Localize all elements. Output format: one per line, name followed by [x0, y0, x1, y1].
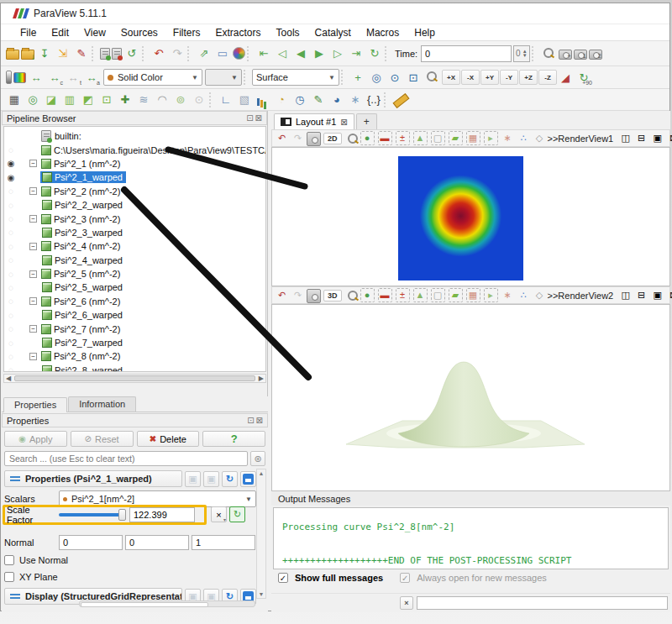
select-points-polygon-icon[interactable]: ▢ — [431, 288, 445, 302]
play-icon[interactable]: ▶ — [311, 45, 328, 62]
camera-redo-icon[interactable]: ↷ — [291, 288, 305, 302]
capture-screenshot-icon[interactable] — [307, 132, 321, 146]
search-input[interactable] — [4, 451, 248, 466]
redo-icon[interactable]: ↷ — [169, 45, 186, 62]
split-vertical-button[interactable]: ⊟ — [634, 288, 648, 302]
expander-icon[interactable]: − — [29, 270, 37, 278]
copy-properties-icon[interactable]: ▣ — [185, 471, 201, 487]
maximize-view-button[interactable]: ▣ — [650, 288, 664, 302]
abort-button[interactable]: × — [400, 596, 413, 610]
select-points-on-icon[interactable]: ▬ — [378, 288, 392, 302]
menu-tools[interactable]: Tools — [269, 25, 307, 40]
normal-x-field[interactable] — [59, 535, 123, 550]
visibility-eye-icon[interactable]: ◌ — [4, 201, 18, 210]
group-datasets-icon[interactable]: ⊚ — [172, 92, 189, 108]
calculator-icon[interactable]: ▦ — [6, 92, 23, 108]
zoom-to-box-icon[interactable] — [423, 69, 440, 86]
visibility-eye-icon[interactable]: ◌ — [4, 365, 18, 372]
reload-properties-icon[interactable]: ↻ — [222, 471, 238, 487]
camera-2-icon[interactable]: 2 — [589, 50, 602, 60]
rescale-temporal-range-icon[interactable]: ↔t — [65, 69, 81, 86]
camera-undo-icon[interactable]: ↶ — [275, 131, 289, 145]
hover-cells-icon[interactable]: ∗ — [501, 288, 515, 302]
select-cells-through-icon[interactable]: ± — [396, 131, 410, 145]
visibility-eye-icon[interactable]: ◌ — [4, 283, 18, 292]
temporal-cache-icon[interactable]: ∗ — [347, 92, 364, 108]
normal-z-field[interactable] — [192, 535, 255, 550]
select-cells-on-icon[interactable]: ● — [360, 131, 375, 145]
menu-view[interactable]: View — [76, 25, 113, 40]
expander-icon[interactable]: − — [29, 353, 37, 360]
visibility-eye-icon[interactable]: ◉ — [4, 159, 18, 168]
rotate-90-icon[interactable]: ↻+90 — [575, 69, 592, 86]
slider-handle[interactable] — [118, 509, 126, 521]
load-state-icon[interactable]: ↧ — [36, 45, 53, 62]
grow-selection-icon[interactable]: ◇ — [533, 131, 547, 145]
pipeline-item[interactable]: ◉−Psi^2_1 (nm^-2) — [4, 157, 265, 170]
reset-button[interactable]: ⊘Reset — [71, 431, 134, 447]
zoom-to-data-icon[interactable]: ◎ — [368, 69, 385, 86]
apply-button[interactable]: ◉Apply — [4, 431, 67, 447]
maximize-view-button[interactable]: ▣ — [650, 131, 664, 145]
close-view-button[interactable]: ⊠ — [666, 131, 672, 145]
tab-information[interactable]: Information — [68, 396, 136, 412]
pipeline-item[interactable]: ◌Psi^2_7_warped — [4, 336, 265, 349]
properties-section-header[interactable]: Properties (Psi^2_1_warped) — [4, 470, 182, 487]
clip-icon[interactable]: ◪ — [43, 92, 60, 108]
menu-help[interactable]: Help — [407, 25, 443, 40]
open-file-icon[interactable] — [6, 50, 19, 60]
properties-hscrollbar[interactable] — [79, 600, 255, 607]
dock-float-icon[interactable]: ⊡ — [246, 113, 253, 123]
help-button[interactable]: ? — [202, 431, 265, 447]
dock-float-icon[interactable]: ⊡ — [247, 416, 254, 425]
reset-to-data-button[interactable]: ↻ — [229, 506, 245, 522]
interactive-select-cells-icon[interactable]: ▦ — [466, 288, 480, 302]
visibility-eye-icon[interactable]: ◌ — [4, 338, 18, 348]
set-view-plus-z-icon[interactable]: +Z — [519, 70, 538, 85]
renderview1-viewport[interactable] — [271, 147, 670, 286]
menu-sources[interactable]: Sources — [113, 25, 165, 40]
set-view-plus-y-icon[interactable]: +Y — [480, 70, 499, 85]
pipeline-item[interactable]: ◌−Psi^2_8 (nm^-2) — [4, 349, 265, 363]
color-palette-icon[interactable] — [233, 47, 245, 60]
camera-1-icon[interactable]: 1 — [574, 50, 587, 60]
loop-icon[interactable]: ↻ — [366, 45, 383, 62]
camera-add-icon[interactable]: + — [559, 50, 572, 60]
slice-icon[interactable]: ▥ — [61, 92, 78, 108]
pipeline-item[interactable]: ◌Psi^2_5_warped — [4, 281, 265, 294]
server-disconnect-icon[interactable] — [112, 48, 122, 60]
expander-icon[interactable]: − — [29, 160, 37, 167]
isometric-view-icon[interactable]: ◢ — [557, 69, 574, 86]
reset-to-default-button[interactable]: ×▾ — [211, 506, 227, 522]
time-input[interactable] — [421, 45, 512, 62]
pipeline-item[interactable]: ◌−Psi^2_4 (nm^-2) — [4, 239, 265, 253]
visibility-eye-icon[interactable]: ◌ — [4, 242, 18, 251]
menu-macros[interactable]: Macros — [359, 25, 407, 40]
select-cells-polygon-icon[interactable]: ▲ — [413, 131, 428, 145]
extract-time-steps-icon[interactable]: ▧ — [236, 92, 253, 108]
scale-factor-slider[interactable] — [59, 513, 126, 517]
rescale-custom-range-icon[interactable]: ↔c — [46, 69, 63, 86]
camera-mode-toggle[interactable]: 3D — [323, 290, 342, 302]
set-view-minus-y-icon[interactable]: -Y — [500, 70, 518, 85]
warp-icon[interactable]: ◠ — [154, 92, 171, 108]
temporal-interpolator-icon[interactable]: ◷ — [291, 92, 308, 108]
renderview2-viewport[interactable] — [271, 304, 670, 491]
show-full-messages-checkbox[interactable] — [278, 573, 288, 583]
programmable-filter-icon[interactable]: {..} — [365, 92, 382, 108]
close-view-button[interactable]: ⊠ — [666, 288, 672, 302]
use-normal-checkbox[interactable] — [4, 555, 14, 565]
next-frame-icon[interactable]: ▷ — [329, 45, 346, 62]
visibility-eye-icon[interactable]: ◌ — [4, 214, 18, 223]
visibility-eye-icon[interactable]: ◌ — [4, 311, 18, 320]
pipeline-item[interactable]: ◌−Psi^2_5 (nm^-2) — [4, 267, 265, 281]
scale-factor-value[interactable]: 122.399 — [129, 507, 195, 522]
normal-y-field[interactable] — [125, 535, 189, 550]
camera-undo-icon[interactable]: ↶ — [275, 288, 289, 302]
contour-icon[interactable]: ◎ — [24, 92, 41, 108]
renderview1-label[interactable]: >>RenderView1 — [548, 134, 614, 144]
select-cells-polygon-icon[interactable]: ▲ — [413, 288, 428, 302]
split-vertical-button[interactable]: ⊟ — [634, 131, 648, 145]
select-points-polygon-icon[interactable]: ▢ — [431, 131, 445, 145]
representation-combo[interactable]: Surface▼ — [252, 69, 339, 86]
